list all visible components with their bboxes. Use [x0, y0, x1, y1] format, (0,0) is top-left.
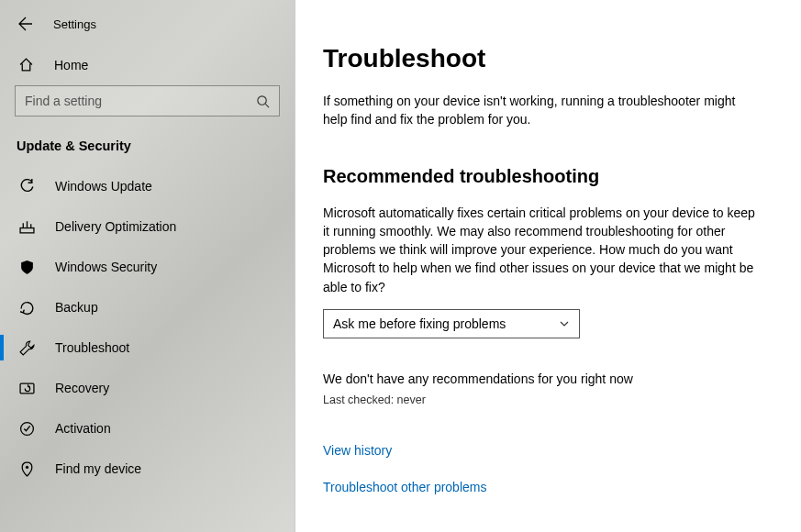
sidebar-home-label: Home — [54, 58, 88, 72]
sidebar-nav: Windows Update Delivery Optimization Win… — [0, 166, 295, 489]
sidebar-item-delivery-optimization[interactable]: Delivery Optimization — [0, 206, 295, 247]
settings-title: Settings — [53, 17, 96, 31]
shield-icon — [18, 259, 35, 275]
home-icon — [18, 57, 34, 72]
section-recommended-para: Microsoft automatically fixes certain cr… — [323, 204, 763, 296]
page-lead: If something on your device isn't workin… — [323, 92, 754, 129]
section-heading: Update & Security — [0, 135, 295, 166]
nav-label: Find my device — [55, 461, 141, 476]
nav-label: Delivery Optimization — [55, 219, 176, 234]
sidebar-item-windows-security[interactable]: Windows Security — [0, 247, 295, 287]
nav-label: Backup — [55, 300, 98, 315]
recommendation-status: We don't have any recommendations for yo… — [323, 371, 773, 386]
delivery-icon — [18, 218, 35, 235]
page-title: Troubleshoot — [323, 44, 773, 73]
nav-label: Troubleshoot — [55, 340, 129, 355]
sidebar-item-recovery[interactable]: Recovery — [0, 368, 295, 408]
fix-preference-dropdown[interactable]: Ask me before fixing problems — [323, 309, 580, 338]
backup-icon — [18, 299, 35, 316]
location-icon — [18, 460, 35, 477]
svg-rect-2 — [20, 383, 34, 393]
nav-label: Activation — [55, 421, 111, 436]
dropdown-selected: Ask me before fixing problems — [333, 316, 506, 331]
section-recommended-heading: Recommended troubleshooting — [323, 166, 773, 187]
sidebar-item-activation[interactable]: Activation — [0, 408, 295, 449]
sidebar-item-troubleshoot[interactable]: Troubleshoot — [0, 327, 295, 368]
svg-point-4 — [25, 465, 28, 468]
recovery-icon — [18, 380, 35, 396]
wrench-icon — [18, 339, 35, 356]
search-box[interactable] — [15, 85, 280, 116]
refresh-icon — [18, 178, 35, 194]
svg-rect-1 — [20, 227, 34, 232]
troubleshoot-other-link[interactable]: Troubleshoot other problems — [323, 480, 773, 494]
search-input[interactable] — [25, 94, 256, 108]
search-icon — [256, 94, 270, 108]
sidebar-item-windows-update[interactable]: Windows Update — [0, 166, 295, 206]
svg-point-0 — [258, 95, 266, 104]
activation-icon — [18, 420, 35, 437]
main-content: Troubleshoot If something on your device… — [295, 0, 801, 532]
nav-label: Windows Update — [55, 179, 152, 194]
sidebar: Settings Home Update & Security Windows … — [0, 0, 295, 532]
sidebar-item-backup[interactable]: Backup — [0, 287, 295, 327]
nav-label: Windows Security — [55, 260, 157, 274]
sidebar-item-find-my-device[interactable]: Find my device — [0, 449, 295, 489]
back-button[interactable] — [18, 17, 33, 31]
last-checked: Last checked: never — [323, 393, 773, 406]
chevron-down-icon — [559, 318, 570, 329]
sidebar-home[interactable]: Home — [0, 48, 295, 85]
back-arrow-icon — [18, 17, 33, 31]
sidebar-header: Settings — [0, 17, 295, 48]
view-history-link[interactable]: View history — [323, 443, 773, 458]
nav-label: Recovery — [55, 381, 109, 395]
